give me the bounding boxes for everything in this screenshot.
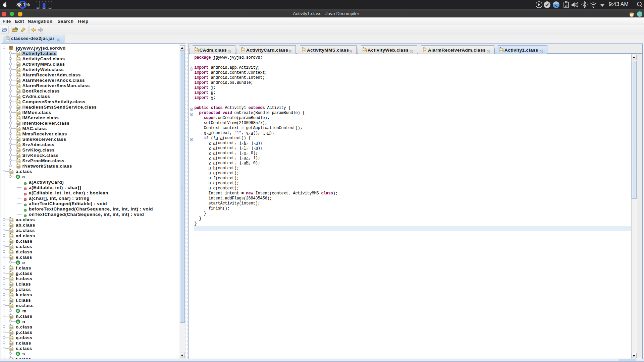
svg-text:010: 010 [10, 268, 13, 270]
svg-text:010: 010 [17, 139, 20, 141]
svg-text:010: 010 [363, 50, 366, 52]
svg-text:010: 010 [10, 172, 13, 173]
svg-text:010: 010 [242, 50, 245, 52]
svg-text:010: 010 [17, 118, 20, 120]
svg-text:010: 010 [17, 150, 20, 152]
svg-text:010: 010 [17, 70, 20, 71]
svg-text:010: 010 [10, 279, 13, 281]
svg-text:010: 010 [195, 50, 198, 52]
svg-text:010: 010 [17, 80, 20, 82]
svg-text:010: 010 [17, 134, 20, 136]
svg-text:010: 010 [17, 102, 20, 104]
svg-text:010: 010 [17, 129, 20, 130]
svg-text:010: 010 [10, 284, 13, 286]
svg-text:010: 010 [17, 59, 20, 61]
svg-text:C: C [17, 320, 19, 323]
svg-text:010: 010 [17, 91, 20, 93]
svg-text:010: 010 [10, 252, 13, 254]
svg-text:010: 010 [17, 86, 20, 87]
svg-text:010: 010 [303, 50, 305, 52]
svg-text:010: 010 [17, 113, 20, 114]
svg-text:C: C [17, 309, 19, 313]
svg-text:010: 010 [10, 241, 13, 243]
svg-text:C: C [17, 175, 19, 179]
svg-text:010: 010 [500, 50, 503, 52]
svg-text:010: 010 [10, 220, 13, 222]
svg-text:010: 010 [10, 274, 13, 275]
svg-text:010: 010 [10, 236, 13, 238]
svg-text:010: 010 [10, 327, 13, 329]
svg-text:C: C [17, 261, 19, 264]
svg-text:010: 010 [10, 300, 13, 302]
svg-text:010: 010 [17, 54, 20, 55]
svg-text:010: 010 [10, 295, 13, 297]
svg-text:010: 010 [10, 257, 13, 259]
svg-text:010: 010 [10, 338, 13, 340]
svg-text:010: 010 [10, 316, 13, 318]
svg-text:010: 010 [10, 333, 13, 334]
svg-text:C: C [17, 352, 19, 356]
svg-text:010: 010 [17, 107, 20, 109]
svg-text:010: 010 [10, 343, 13, 345]
svg-text:010: 010 [17, 156, 20, 157]
svg-text:010: 010 [17, 166, 20, 168]
svg-text:010: 010 [10, 231, 13, 232]
svg-text:010: 010 [10, 306, 13, 307]
svg-text:010: 010 [10, 290, 13, 291]
svg-text:010: 010 [10, 225, 13, 227]
svg-text:010: 010 [17, 123, 20, 125]
svg-text:010: 010 [10, 247, 13, 248]
svg-text:010: 010 [17, 145, 20, 146]
svg-text:010: 010 [17, 64, 20, 66]
svg-text:010: 010 [17, 75, 20, 77]
svg-text:010: 010 [424, 50, 426, 52]
svg-text:010: 010 [10, 349, 13, 350]
svg-text:010: 010 [17, 161, 20, 163]
svg-text:010: 010 [17, 97, 20, 98]
